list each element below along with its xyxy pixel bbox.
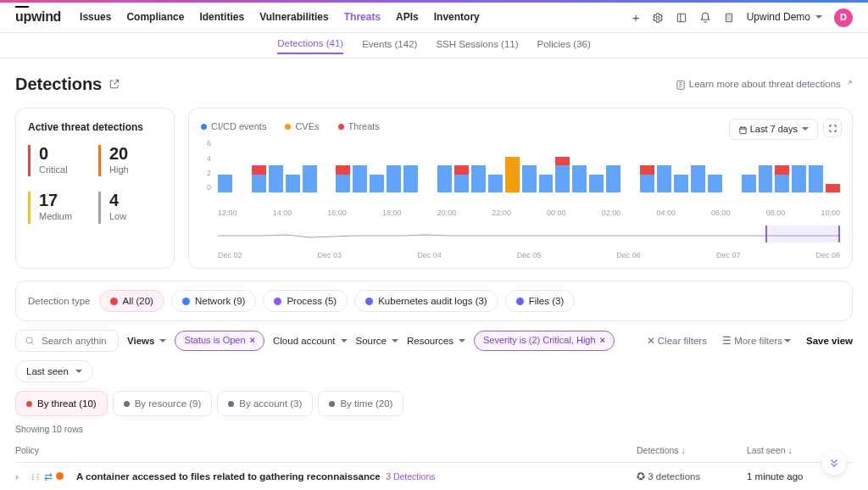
threat-table: Policy Detections ↓ Last seen ↓ ›⫶⫶⇄A co…: [15, 439, 853, 490]
nav-compliance[interactable]: Compliance: [126, 10, 184, 25]
dtpill-kubernetes-audit-logs[interactable]: Kubernetes audit logs (3): [354, 290, 498, 312]
detection-type-label: Detection type: [28, 294, 91, 308]
sev-critical: 0Critical: [28, 145, 92, 176]
clear-filters-button[interactable]: ✕ Clear filters: [647, 334, 707, 348]
filter-source[interactable]: Source: [356, 334, 398, 348]
learn-more-link[interactable]: Learn more about threat detections: [675, 77, 853, 91]
legend-cves[interactable]: CVEs: [285, 120, 319, 133]
tab-by-time[interactable]: By time (20): [318, 391, 403, 416]
nav-inventory[interactable]: Inventory: [434, 10, 480, 25]
expand-icon[interactable]: [823, 119, 842, 137]
nav-apis[interactable]: APIs: [396, 10, 419, 25]
close-icon[interactable]: ×: [250, 334, 255, 347]
col-policy[interactable]: Policy: [15, 444, 637, 457]
row-count: Showing 10 rows: [15, 423, 853, 436]
threat-row[interactable]: ›⫶⫶⇄A container accessed to files relate…: [15, 463, 853, 490]
tab-by-account[interactable]: By account (3): [217, 391, 313, 416]
legend-threats[interactable]: Threats: [338, 120, 380, 133]
close-icon[interactable]: ×: [600, 334, 605, 347]
search-field[interactable]: [40, 335, 108, 347]
time-brush[interactable]: Dec 02Dec 03Dec 04Dec 05Dec 06Dec 07Dec …: [218, 226, 840, 256]
avatar[interactable]: D: [834, 8, 853, 27]
workspace-switcher[interactable]: Upwind Demo: [747, 10, 822, 25]
nav-vulnerabilities[interactable]: Vulnerabilities: [259, 10, 329, 25]
more-filters-button[interactable]: ☰ More filters: [722, 334, 791, 348]
nav-threats[interactable]: Threats: [344, 10, 381, 25]
dtpill-files[interactable]: Files (3): [505, 290, 576, 312]
bell-icon[interactable]: [699, 10, 711, 25]
col-detections[interactable]: Detections ↓: [637, 444, 747, 457]
save-view-button[interactable]: Save view: [806, 334, 853, 348]
filter-cloud-account[interactable]: Cloud account: [273, 334, 348, 348]
dtpill-all[interactable]: All (20): [99, 290, 164, 312]
dtpill-process[interactable]: Process (5): [263, 290, 348, 312]
stats-title: Active threat detections: [28, 120, 162, 135]
filter-chip-status[interactable]: Status is Open×: [175, 331, 264, 350]
brand-logo: upwind: [15, 8, 61, 26]
filter-resources[interactable]: Resources: [407, 334, 465, 348]
chart-card: CI/CD eventsCVEsThreats Last 7 days 6420…: [188, 108, 853, 269]
svg-rect-4: [739, 127, 745, 133]
add-icon[interactable]: +: [632, 8, 640, 26]
svg-point-0: [656, 16, 659, 19]
nav-identities[interactable]: Identities: [199, 10, 244, 25]
subnav-events[interactable]: Events (142): [362, 37, 417, 53]
nav-issues[interactable]: Issues: [80, 10, 111, 25]
chevron-right-icon[interactable]: ›: [15, 470, 31, 483]
sev-high: 20High: [98, 145, 162, 176]
bar-chart: [218, 138, 840, 192]
sev-low: 4Low: [98, 192, 162, 223]
views-dropdown[interactable]: Views: [127, 334, 166, 348]
external-icon[interactable]: [108, 77, 120, 92]
sev-medium: 17Medium: [28, 192, 92, 223]
svg-rect-1: [677, 14, 685, 21]
legend-cicdevents[interactable]: CI/CD events: [201, 120, 266, 133]
search-input[interactable]: [15, 330, 119, 352]
top-nav: upwind IssuesComplianceIdentitiesVulnera…: [0, 3, 868, 33]
subnav-detections[interactable]: Detections (41): [277, 36, 343, 54]
subnav-ssh-sessions[interactable]: SSH Sessions (11): [436, 37, 518, 53]
page-title: Detections: [15, 72, 102, 96]
filter-chip-severity[interactable]: Severity is (2) Critical, High×: [474, 331, 615, 350]
scroll-down-button[interactable]: [822, 451, 846, 475]
stats-card: Active threat detections 0Critical20High…: [15, 108, 175, 269]
tab-by-threat[interactable]: By threat (10): [15, 391, 108, 416]
org-icon[interactable]: [723, 10, 735, 25]
timerange-selector[interactable]: Last 7 days: [729, 119, 818, 140]
tab-by-resource[interactable]: By resource (9): [113, 391, 213, 416]
svg-point-5: [26, 337, 32, 343]
gear-icon[interactable]: [652, 10, 664, 25]
sub-nav: Detections (41)Events (142)SSH Sessions …: [0, 33, 868, 58]
svg-rect-2: [726, 14, 732, 21]
detection-type-filter: Detection type All (20)Network (9)Proces…: [15, 281, 853, 321]
dtpill-network[interactable]: Network (9): [171, 290, 256, 312]
subnav-policies[interactable]: Policies (36): [537, 37, 591, 53]
panel-icon[interactable]: [676, 10, 687, 25]
last-seen-pill[interactable]: Last seen: [15, 360, 93, 382]
